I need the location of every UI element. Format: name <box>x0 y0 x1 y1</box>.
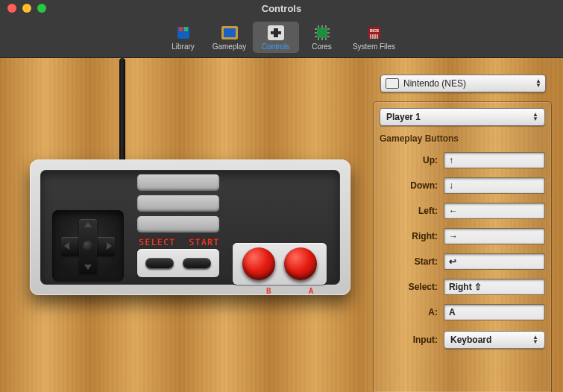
toolbar-label: Cores <box>312 42 332 51</box>
chevron-updown-icon: ▲▼ <box>532 335 538 344</box>
ab-panel <box>233 243 327 285</box>
player-select-value: Player 1 <box>386 112 421 122</box>
svg-rect-1 <box>179 27 183 31</box>
binding-field-right[interactable]: → <box>444 228 545 244</box>
start-label: START <box>189 237 219 247</box>
gameplay-icon <box>221 25 238 41</box>
library-icon <box>175 25 192 41</box>
binding-row-left: Left: ← <box>380 200 545 221</box>
toolbar-label: Library <box>172 42 195 51</box>
binding-row-down: Down: ↓ <box>380 175 545 196</box>
input-row: Input: Keyboard ▲▼ <box>380 329 545 351</box>
binding-field-select[interactable]: Right ⇧ <box>444 279 545 295</box>
b-label: B <box>242 286 275 296</box>
system-select-value: Nintendo (NES) <box>403 78 466 89</box>
input-device-select[interactable]: Keyboard ▲▼ <box>444 331 545 349</box>
close-icon[interactable] <box>7 4 16 13</box>
binding-field-up[interactable]: ↑ <box>444 152 545 168</box>
binding-row-right: Right: → <box>380 226 545 247</box>
svg-rect-24 <box>372 34 374 39</box>
nes-controller: SELECT START B A <box>30 159 350 295</box>
dpad-well <box>52 210 124 282</box>
a-button[interactable] <box>284 247 317 280</box>
cores-icon <box>314 25 330 41</box>
svg-rect-2 <box>184 27 188 31</box>
select-label: SELECT <box>139 237 175 247</box>
controller-cable <box>119 58 125 162</box>
select-button[interactable] <box>145 258 174 268</box>
svg-rect-4 <box>224 28 236 37</box>
svg-rect-8 <box>317 28 327 38</box>
binding-row-up: Up: ↑ <box>380 150 545 171</box>
content-area: Nintendo (NES) ▲▼ Player 1 ▲▼ Gameplay B… <box>0 58 563 392</box>
toolbar-item-system-files[interactable]: BIOS System Files <box>345 22 403 53</box>
binding-field-left[interactable]: ← <box>444 203 545 219</box>
binding-label: Up: <box>380 155 438 165</box>
toolbar-item-cores[interactable]: Cores <box>299 22 345 53</box>
controller-stripe <box>137 174 219 191</box>
svg-rect-7 <box>271 31 281 34</box>
dpad-down-icon <box>84 265 92 270</box>
minimize-icon[interactable] <box>22 4 31 13</box>
zoom-icon[interactable] <box>37 4 46 13</box>
input-device-value: Keyboard <box>450 335 491 345</box>
toolbar-label: Controls <box>262 42 289 51</box>
controller-stripe <box>137 216 219 233</box>
binding-label: Right: <box>380 231 438 241</box>
chevron-updown-icon: ▲▼ <box>532 79 545 88</box>
binding-row-start: Start: ↩ <box>380 251 545 272</box>
window-title: Controls <box>0 3 563 14</box>
input-label: Input: <box>380 335 438 345</box>
titlebar: Controls <box>0 0 563 16</box>
dpad-right-icon <box>107 242 112 250</box>
toolbar-item-controls[interactable]: Controls <box>253 22 299 53</box>
select-start-panel <box>137 249 219 277</box>
binding-field-start[interactable]: ↩ <box>444 253 545 270</box>
console-icon <box>386 78 399 89</box>
binding-label: Select: <box>380 282 438 292</box>
dpad[interactable] <box>61 219 115 273</box>
svg-rect-26 <box>377 34 378 39</box>
toolbar-label: Gameplay <box>213 42 247 51</box>
binding-label: Down: <box>380 180 438 191</box>
svg-rect-25 <box>374 34 376 39</box>
binding-row-a: A: A <box>380 302 545 323</box>
svg-rect-23 <box>370 34 371 39</box>
a-label: A <box>284 286 317 296</box>
system-files-icon: BIOS <box>366 25 383 41</box>
binding-label: Left: <box>380 206 438 216</box>
dpad-up-icon <box>84 222 92 227</box>
start-button[interactable] <box>183 258 211 268</box>
binding-label: A: <box>380 307 438 317</box>
bindings-panel: Player 1 ▲▼ Gameplay Buttons Up: ↑ Down:… <box>373 101 552 392</box>
binding-label: Start: <box>380 256 438 267</box>
binding-field-down[interactable]: ↓ <box>444 177 545 194</box>
dpad-left-icon <box>64 242 69 250</box>
toolbar-item-gameplay[interactable]: Gameplay <box>207 22 253 53</box>
svg-text:BIOS: BIOS <box>369 28 379 33</box>
chevron-updown-icon: ▲▼ <box>532 113 538 121</box>
binding-row-select: Select: Right ⇧ <box>380 276 545 297</box>
binding-field-a[interactable]: A <box>444 304 545 320</box>
section-header: Gameplay Buttons <box>380 133 545 144</box>
controller-stripe <box>137 195 219 212</box>
b-button[interactable] <box>242 247 275 280</box>
toolbar: Library Gameplay Controls Cores BIOS Sys… <box>0 16 563 58</box>
toolbar-label: System Files <box>353 42 395 51</box>
player-select[interactable]: Player 1 ▲▼ <box>380 108 545 126</box>
system-select[interactable]: Nintendo (NES) ▲▼ <box>380 75 546 92</box>
toolbar-item-library[interactable]: Library <box>160 22 207 53</box>
controls-icon <box>268 25 284 41</box>
window-controls <box>7 4 46 13</box>
